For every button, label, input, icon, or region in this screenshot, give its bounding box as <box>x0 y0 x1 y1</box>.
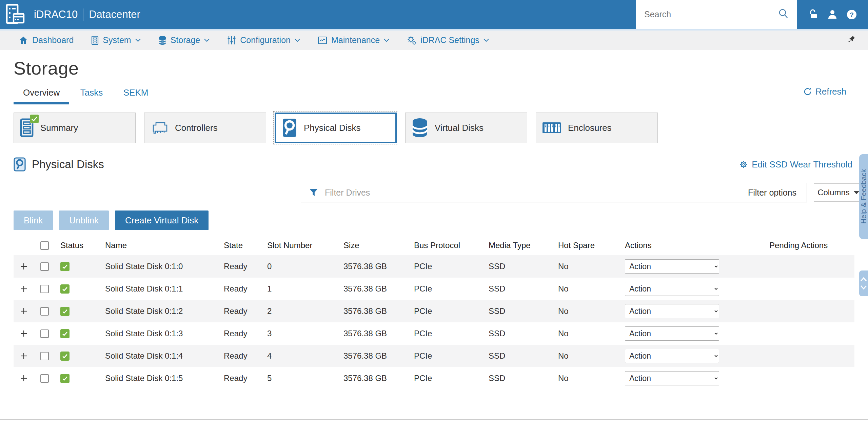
disk-state: Ready <box>224 262 267 271</box>
scroll-up-down-tab[interactable] <box>859 270 868 296</box>
card-enclosures[interactable]: Enclosures <box>536 113 658 143</box>
row-checkbox[interactable] <box>40 307 49 316</box>
columns-label: Columns <box>817 188 850 197</box>
lock-icon[interactable] <box>806 8 821 21</box>
brand-divider <box>83 8 83 21</box>
refresh-button[interactable]: Refresh <box>801 86 848 97</box>
expand-row-button[interactable] <box>18 373 29 384</box>
nav-item-maintenance[interactable]: Maintenance <box>318 35 389 45</box>
card-controllers[interactable]: Controllers <box>144 113 266 143</box>
disk-size: 3576.38 GB <box>343 351 414 361</box>
chevron-down-icon <box>384 39 389 42</box>
storage-category-cards: Summary Controllers Physical <box>14 113 854 143</box>
col-size: Size <box>343 241 414 250</box>
disk-slot: 5 <box>267 374 343 383</box>
row-action-select[interactable]: Action <box>625 349 719 363</box>
disk-hot-spare: No <box>558 284 621 294</box>
card-summary[interactable]: Summary <box>14 113 136 143</box>
tab-sekm[interactable]: SEKM <box>114 85 158 104</box>
app-title: iDRAC10 Datacenter <box>34 8 140 21</box>
status-ok-icon <box>55 352 105 361</box>
card-virtual-disks[interactable]: Virtual Disks <box>405 113 527 143</box>
row-checkbox[interactable] <box>40 352 49 360</box>
home-icon <box>19 36 28 45</box>
disk-name: Solid State Disk 0:1:2 <box>105 306 224 316</box>
gears-icon <box>407 36 416 45</box>
nav-item-configuration[interactable]: Configuration <box>227 35 300 45</box>
pin-icon[interactable] <box>845 34 858 47</box>
nav-item-dashboard[interactable]: Dashboard <box>19 35 74 45</box>
nav-item-idrac-settings[interactable]: iDRAC Settings <box>407 35 489 45</box>
header-icons: ? <box>797 0 868 29</box>
disk-state: Ready <box>224 374 267 383</box>
tab-tasks[interactable]: Tasks <box>71 85 112 104</box>
expand-row-button[interactable] <box>18 328 29 339</box>
disk-slot: 0 <box>267 262 343 271</box>
plus-icon <box>20 307 28 315</box>
row-action-select[interactable]: Action <box>625 259 719 274</box>
disk-media-type: SSD <box>489 329 558 338</box>
filter-drives-input[interactable] <box>324 187 746 198</box>
disk-hot-spare: No <box>558 351 621 361</box>
expand-row-button[interactable] <box>18 306 29 317</box>
card-physical-disks[interactable]: Physical Disks <box>275 113 397 143</box>
blink-button[interactable]: Blink <box>14 210 53 230</box>
col-state: State <box>224 241 267 250</box>
create-virtual-disk-button[interactable]: Create Virtual Disk <box>115 210 209 230</box>
nav-label-storage: Storage <box>171 35 200 45</box>
select-all-checkbox[interactable] <box>40 241 49 250</box>
col-name: Name <box>105 241 224 250</box>
table-row: Solid State Disk 0:1:1 Ready 1 3576.38 G… <box>14 278 854 300</box>
main-nav: Dashboard System Storage <box>0 31 868 50</box>
chevron-down-icon <box>854 191 859 194</box>
columns-dropdown[interactable]: Columns <box>814 183 863 202</box>
disk-media-type: SSD <box>489 374 558 383</box>
search-input[interactable] <box>644 9 778 20</box>
disk-bus-protocol: PCIe <box>414 262 489 271</box>
card-summary-label: Summary <box>40 123 78 133</box>
nav-label-maintenance: Maintenance <box>331 35 380 45</box>
nav-item-storage[interactable]: Storage <box>158 35 210 45</box>
row-action-select[interactable]: Action <box>625 282 719 296</box>
chevron-down-icon <box>860 285 867 290</box>
row-checkbox[interactable] <box>40 374 49 383</box>
edit-ssd-wear-threshold-link[interactable]: Edit SSD Wear Threshold <box>737 159 854 170</box>
unblink-button[interactable]: Unblink <box>59 210 109 230</box>
gear-icon <box>739 160 748 169</box>
svg-text:?: ? <box>850 11 854 18</box>
page-bottom-divider <box>0 419 868 420</box>
help-feedback-tab[interactable]: Help & Feedback <box>859 154 868 239</box>
row-action-select[interactable]: Action <box>625 304 719 318</box>
row-checkbox[interactable] <box>40 329 49 338</box>
filter-options-button[interactable]: Filter options <box>746 187 798 198</box>
table-body: Solid State Disk 0:1:0 Ready 0 3576.38 G… <box>14 255 854 389</box>
col-actions: Actions <box>621 241 767 250</box>
plus-icon <box>20 374 28 382</box>
refresh-icon <box>803 87 812 96</box>
search-icon[interactable] <box>778 8 789 21</box>
tab-overview[interactable]: Overview <box>14 85 69 104</box>
actions-cell: Action <box>621 371 767 385</box>
disk-state: Ready <box>224 284 267 294</box>
disk-size: 3576.38 GB <box>343 284 414 294</box>
disk-hot-spare: No <box>558 262 621 271</box>
row-action-select[interactable]: Action <box>625 371 719 385</box>
controller-card-icon <box>151 120 168 135</box>
disk-bus-protocol: PCIe <box>414 284 489 294</box>
user-icon[interactable] <box>826 8 839 21</box>
expand-row-button[interactable] <box>18 350 29 361</box>
help-icon[interactable]: ? <box>845 7 859 22</box>
row-checkbox[interactable] <box>40 285 49 293</box>
expand-row-button[interactable] <box>18 283 29 294</box>
row-action-select[interactable]: Action <box>625 326 719 341</box>
help-feedback-label: Help & Feedback <box>860 169 868 224</box>
row-checkbox[interactable] <box>40 262 49 271</box>
nav-item-system[interactable]: System <box>91 35 140 45</box>
sliders-icon <box>227 36 236 45</box>
expand-row-button[interactable] <box>18 261 29 272</box>
disk-media-type: SSD <box>489 351 558 361</box>
disk-slot: 1 <box>267 284 343 294</box>
disk-bus-protocol: PCIe <box>414 351 489 361</box>
plus-icon <box>20 262 28 270</box>
disk-hot-spare: No <box>558 374 621 383</box>
